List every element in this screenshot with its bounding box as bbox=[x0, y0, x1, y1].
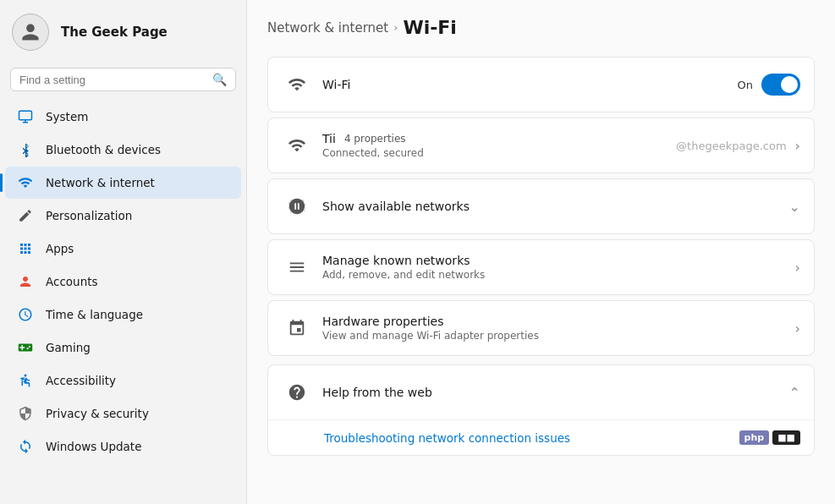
wifi-status-label: On bbox=[738, 79, 753, 91]
manage-networks-title: Manage known networks bbox=[322, 254, 470, 267]
network-text: Tii 4 properties Connected, secured bbox=[312, 132, 676, 159]
dark-badge: ■■ bbox=[772, 430, 800, 445]
breadcrumb: Network & internet › Wi-Fi bbox=[267, 17, 815, 38]
show-networks-text: Show available networks bbox=[312, 200, 789, 213]
sidebar-label-personalization: Personalization bbox=[46, 209, 132, 222]
sidebar: The Geek Page 🔍 System Bluetooth & devic… bbox=[0, 0, 247, 504]
sidebar-item-network[interactable]: Network & internet bbox=[5, 167, 241, 199]
network-icon bbox=[17, 174, 34, 191]
svg-rect-0 bbox=[19, 111, 32, 120]
network-card: Tii 4 properties Connected, secured @the… bbox=[267, 118, 815, 173]
breadcrumb-chevron: › bbox=[393, 21, 398, 34]
network-title: Tii bbox=[322, 132, 336, 145]
wifi-toggle[interactable] bbox=[761, 74, 800, 96]
bluetooth-icon bbox=[17, 141, 34, 158]
sidebar-label-system: System bbox=[46, 110, 88, 123]
wifi-right: On bbox=[738, 74, 800, 96]
sidebar-item-privacy[interactable]: Privacy & security bbox=[5, 397, 241, 430]
avatar[interactable] bbox=[12, 14, 49, 51]
manage-networks-text: Manage known networks Add, remove, and e… bbox=[312, 254, 795, 281]
gaming-icon bbox=[17, 339, 34, 356]
sidebar-username: The Geek Page bbox=[61, 25, 168, 40]
sidebar-label-accounts: Accounts bbox=[46, 275, 98, 288]
sidebar-label-apps: Apps bbox=[46, 242, 74, 255]
system-icon bbox=[17, 108, 34, 125]
help-icon bbox=[282, 377, 312, 408]
manage-networks-icon bbox=[282, 252, 312, 282]
main-content: Network & internet › Wi-Fi Wi-Fi On bbox=[247, 0, 835, 504]
personalization-icon bbox=[17, 207, 34, 224]
manage-networks-card: Manage known networks Add, remove, and e… bbox=[267, 239, 815, 295]
sidebar-label-network: Network & internet bbox=[46, 176, 155, 189]
user-icon bbox=[20, 22, 41, 42]
update-icon bbox=[17, 438, 34, 455]
manage-networks-row[interactable]: Manage known networks Add, remove, and e… bbox=[268, 240, 814, 294]
privacy-icon bbox=[17, 405, 34, 422]
sidebar-item-accounts[interactable]: Accounts bbox=[5, 266, 241, 298]
hardware-chevron-icon: › bbox=[795, 320, 800, 337]
sidebar-label-bluetooth: Bluetooth & devices bbox=[46, 143, 161, 156]
breadcrumb-parent: Network & internet bbox=[267, 20, 388, 36]
network-row[interactable]: Tii 4 properties Connected, secured @the… bbox=[268, 118, 814, 173]
sidebar-item-system[interactable]: System bbox=[5, 101, 241, 133]
show-networks-card: Show available networks ⌄ bbox=[267, 178, 815, 234]
hardware-icon bbox=[282, 313, 312, 343]
hardware-text: Hardware properties View and manage Wi-F… bbox=[312, 315, 795, 342]
network-connected-icon bbox=[282, 130, 312, 161]
breadcrumb-current: Wi-Fi bbox=[403, 17, 457, 38]
search-icon: 🔍 bbox=[212, 73, 227, 86]
wifi-title: Wi-Fi bbox=[322, 78, 350, 91]
sidebar-label-accessibility: Accessibility bbox=[46, 374, 116, 387]
manage-networks-chevron-icon: › bbox=[795, 260, 800, 276]
network-watermark: @thegeekpage.com bbox=[676, 140, 786, 152]
chevron-up-icon: ⌃ bbox=[789, 385, 800, 401]
sidebar-item-personalization[interactable]: Personalization bbox=[5, 200, 241, 232]
help-card: Help from the web ⌃ Troubleshooting netw… bbox=[267, 364, 815, 456]
settings-list: Wi-Fi On Tii 4 properties Co bbox=[267, 57, 815, 456]
help-link[interactable]: Troubleshooting network connection issue… bbox=[324, 431, 739, 445]
chevron-down-icon: ⌄ bbox=[789, 199, 800, 215]
sidebar-item-gaming[interactable]: Gaming bbox=[5, 331, 241, 364]
hardware-row[interactable]: Hardware properties View and manage Wi-F… bbox=[268, 301, 814, 355]
chevron-right-icon: › bbox=[795, 138, 800, 154]
nav-list: System Bluetooth & devices Network & int… bbox=[0, 100, 246, 504]
manage-networks-subtitle: Add, remove, and edit networks bbox=[322, 269, 785, 281]
wifi-card: Wi-Fi On bbox=[267, 57, 815, 112]
help-title: Help from the web bbox=[322, 386, 432, 399]
search-input[interactable] bbox=[19, 74, 206, 86]
help-link-row[interactable]: Troubleshooting network connection issue… bbox=[268, 419, 814, 455]
sidebar-item-apps[interactable]: Apps bbox=[5, 233, 241, 265]
sidebar-label-gaming: Gaming bbox=[46, 341, 91, 354]
help-header-row[interactable]: Help from the web ⌃ bbox=[268, 365, 814, 419]
sidebar-label-update: Windows Update bbox=[46, 440, 141, 453]
sidebar-header: The Geek Page bbox=[0, 0, 246, 63]
wifi-row[interactable]: Wi-Fi On bbox=[268, 58, 814, 112]
help-text: Help from the web bbox=[312, 386, 789, 399]
apps-icon bbox=[17, 240, 34, 257]
sidebar-label-time: Time & language bbox=[46, 308, 143, 321]
sidebar-item-time[interactable]: Time & language bbox=[5, 299, 241, 331]
wifi-text: Wi-Fi bbox=[312, 78, 738, 91]
search-box[interactable]: 🔍 bbox=[10, 68, 236, 91]
network-right: @thegeekpage.com › bbox=[676, 138, 800, 154]
network-badge: 4 properties bbox=[344, 133, 406, 145]
accessibility-icon bbox=[17, 372, 34, 389]
wifi-icon bbox=[282, 69, 312, 100]
sidebar-item-update[interactable]: Windows Update bbox=[5, 430, 241, 463]
show-networks-row[interactable]: Show available networks ⌄ bbox=[268, 179, 814, 233]
accounts-icon bbox=[17, 273, 34, 290]
network-subtitle: Connected, secured bbox=[322, 147, 666, 159]
sidebar-item-accessibility[interactable]: Accessibility bbox=[5, 364, 241, 397]
hardware-title: Hardware properties bbox=[322, 315, 444, 328]
hardware-card: Hardware properties View and manage Wi-F… bbox=[267, 300, 815, 356]
sidebar-label-privacy: Privacy & security bbox=[46, 407, 149, 420]
php-badge: php bbox=[739, 430, 770, 445]
svg-point-3 bbox=[25, 375, 27, 377]
show-networks-title: Show available networks bbox=[322, 200, 470, 213]
sidebar-item-bluetooth[interactable]: Bluetooth & devices bbox=[5, 134, 241, 166]
hardware-subtitle: View and manage Wi-Fi adapter properties bbox=[322, 330, 785, 342]
show-networks-icon bbox=[282, 191, 312, 222]
time-icon bbox=[17, 306, 34, 323]
